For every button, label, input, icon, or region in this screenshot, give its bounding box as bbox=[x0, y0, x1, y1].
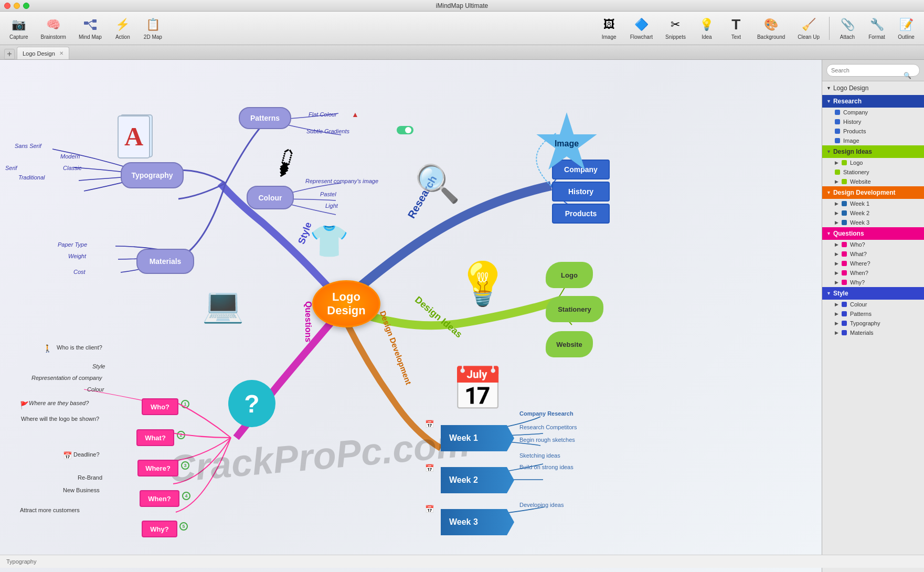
history-node[interactable]: History bbox=[552, 182, 610, 202]
sidebar-item-week1[interactable]: ▶ Week 1 bbox=[822, 199, 924, 208]
sidebar-item-stationery[interactable]: Stationery bbox=[822, 167, 924, 177]
tab-close-icon[interactable]: ✕ bbox=[59, 50, 63, 56]
sidebar-item-week2[interactable]: ▶ Week 2 bbox=[822, 208, 924, 218]
tab-logo-design[interactable]: Logo Design ✕ bbox=[17, 47, 69, 59]
mindmap-icon bbox=[82, 16, 99, 33]
week1-dot bbox=[842, 201, 847, 206]
who-node[interactable]: Who? bbox=[142, 398, 178, 415]
sidebar-item-when[interactable]: ▶ When? bbox=[822, 268, 924, 278]
toolbar-format[interactable]: 🔧 Format bbox=[863, 14, 890, 43]
week2-node[interactable]: Week 2 bbox=[441, 467, 514, 493]
sidebar-item-patterns[interactable]: ▶ Patterns bbox=[822, 309, 924, 319]
typography-node[interactable]: Typography bbox=[121, 162, 184, 188]
toolbar-text[interactable]: T Text bbox=[723, 14, 750, 43]
materials-node[interactable]: Materials bbox=[136, 249, 194, 274]
toolbar-mindmap[interactable]: Mind Map bbox=[73, 14, 107, 43]
sidebar-section-design-dev[interactable]: ▼ Design Development bbox=[822, 186, 924, 199]
paper-type-text: Paper Type bbox=[58, 241, 87, 248]
new-tab-button[interactable]: + bbox=[4, 49, 15, 59]
2dmap-icon: 📋 bbox=[144, 16, 161, 33]
questions-branch-label: Questions bbox=[303, 301, 313, 342]
week3-node[interactable]: Week 3 bbox=[441, 509, 514, 535]
sidebar-section-style[interactable]: ▼ Style bbox=[822, 287, 924, 300]
classic-text: Classic bbox=[63, 165, 81, 171]
sidebar-item-what[interactable]: ▶ What? bbox=[822, 249, 924, 259]
toolbar-cleanup[interactable]: 🧹 Clean Up bbox=[792, 14, 825, 43]
toolbar-action[interactable]: ⚡ Action bbox=[109, 14, 136, 43]
toolbar-flowchart[interactable]: 🔷 Flowchart bbox=[625, 14, 658, 43]
sidebar: 🔍 ▼ Logo Design ▼ Research Company Histo… bbox=[822, 60, 924, 572]
questions-expand-icon: ▼ bbox=[826, 231, 831, 236]
what-dot bbox=[842, 251, 847, 257]
website-expand-arrow: ▶ bbox=[835, 179, 838, 184]
sidebar-item-logo[interactable]: ▶ Logo bbox=[822, 158, 924, 167]
tab-bar: + Logo Design ✕ bbox=[0, 45, 924, 60]
sidebar-item-why[interactable]: ▶ Why? bbox=[822, 278, 924, 287]
toolbar-brainstorm[interactable]: 🧠 Brainstorm bbox=[36, 14, 71, 43]
sidebar-item-materials[interactable]: ▶ Materials bbox=[822, 328, 924, 337]
toolbar-image[interactable]: 🖼 Image bbox=[596, 14, 623, 43]
sidebar-item-where[interactable]: ▶ Where? bbox=[822, 259, 924, 268]
sidebar-chevron: ▼ bbox=[826, 86, 831, 91]
why-node[interactable]: Why? bbox=[142, 521, 177, 537]
who-sidebar-label: Who? bbox=[850, 241, 865, 248]
build-strong-text: Build on strong ideas bbox=[519, 464, 573, 470]
what-node[interactable]: What? bbox=[136, 429, 174, 446]
search-area: 🔍 bbox=[822, 60, 924, 81]
sidebar-item-company[interactable]: Company bbox=[822, 108, 924, 117]
colour-node[interactable]: Colour bbox=[247, 186, 294, 209]
subtle-gradients-toggle bbox=[397, 126, 413, 134]
website-node[interactable]: Website bbox=[546, 331, 593, 357]
sidebar-item-history[interactable]: History bbox=[822, 117, 924, 126]
stationery-label: Stationery bbox=[843, 169, 869, 175]
toolbar-background[interactable]: 🎨 Background bbox=[752, 14, 790, 43]
history-dot bbox=[835, 119, 840, 124]
when-node[interactable]: When? bbox=[140, 490, 179, 507]
toolbar-attach[interactable]: 📎 Attach bbox=[834, 14, 861, 43]
sidebar-item-products[interactable]: Products bbox=[822, 126, 924, 136]
stationery-node[interactable]: Stationery bbox=[546, 296, 603, 322]
week1-node[interactable]: Week 1 bbox=[441, 425, 514, 451]
central-node[interactable]: Logo Design bbox=[312, 280, 380, 327]
patterns-expand-arrow: ▶ bbox=[835, 311, 838, 316]
week2-cal-icon: 📅 bbox=[425, 464, 434, 472]
sidebar-item-week3[interactable]: ▶ Week 3 bbox=[822, 218, 924, 227]
mindmap-label: Mind Map bbox=[79, 34, 102, 40]
week1-label: Week 1 bbox=[850, 200, 869, 207]
close-button[interactable] bbox=[4, 3, 10, 9]
when-dot bbox=[842, 270, 847, 276]
sidebar-item-website[interactable]: ▶ Website bbox=[822, 177, 924, 186]
sidebar-item-typography[interactable]: ▶ Typography bbox=[822, 319, 924, 328]
website-dot bbox=[842, 179, 847, 184]
toolbar-snippets[interactable]: ✂ Snippets bbox=[660, 14, 691, 43]
sidebar-section-design-ideas[interactable]: ▼ Design Ideas bbox=[822, 145, 924, 158]
style-what-text: Style bbox=[92, 363, 105, 369]
toolbar-outline[interactable]: 📝 Outline bbox=[893, 14, 920, 43]
sidebar-item-who[interactable]: ▶ Who? bbox=[822, 240, 924, 249]
new-business-text: New Business bbox=[63, 487, 100, 493]
sidebar-item-image[interactable]: Image bbox=[822, 136, 924, 145]
week2-dot bbox=[842, 210, 847, 216]
minimize-button[interactable] bbox=[14, 3, 20, 9]
capture-label: Capture bbox=[9, 34, 28, 40]
toolbar-2dmap[interactable]: 📋 2D Map bbox=[139, 14, 167, 43]
maximize-button[interactable] bbox=[23, 3, 29, 9]
colour-dot bbox=[842, 302, 847, 307]
svg-rect-0 bbox=[84, 22, 88, 25]
app-title: iMindMap Ultimate bbox=[436, 2, 488, 9]
logo-design-node[interactable]: Logo bbox=[546, 262, 593, 288]
canvas[interactable]: Research Design Ideas Questions Style De… bbox=[0, 60, 822, 572]
outline-icon: 📝 bbox=[898, 16, 915, 33]
sidebar-item-colour[interactable]: ▶ Colour bbox=[822, 300, 924, 309]
sidebar-section-research[interactable]: ▼ Research bbox=[822, 95, 924, 108]
cleanup-label: Clean Up bbox=[798, 34, 820, 40]
represent-text: Represent company's image bbox=[305, 178, 378, 184]
toolbar-idea[interactable]: 💡 Idea bbox=[693, 14, 720, 43]
where-node[interactable]: Where? bbox=[137, 460, 178, 476]
design-dev-section-label: Design Development bbox=[833, 189, 896, 196]
patterns-node[interactable]: Patterns bbox=[239, 107, 291, 129]
sidebar-section-questions[interactable]: ▼ Questions bbox=[822, 227, 924, 240]
toolbar-capture[interactable]: 📷 Capture bbox=[4, 14, 34, 43]
typography-dot bbox=[842, 321, 847, 326]
products-node[interactable]: Products bbox=[552, 204, 610, 224]
